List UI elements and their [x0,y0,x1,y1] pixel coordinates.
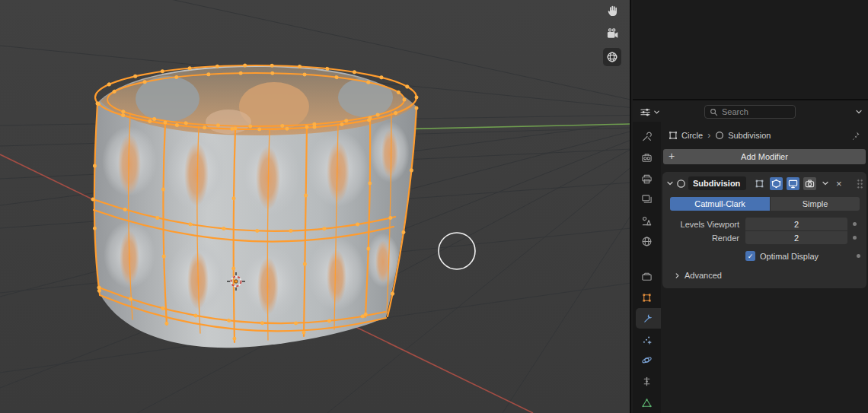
object-origin-dot [235,280,238,283]
breadcrumb: Circle › Subdivision [661,122,868,149]
levels-viewport-row: Levels Viewport 2 [666,218,863,230]
tab-physics[interactable] [633,350,661,371]
modifier-circle-icon [676,179,686,189]
editor-type-button[interactable] [638,105,662,119]
plus-icon: + [669,150,675,162]
search-box[interactable] [704,105,796,119]
tab-scene[interactable] [633,210,661,231]
levels-viewport-field[interactable]: 2 [745,218,847,230]
modifier-name-field[interactable] [688,176,746,190]
display-icon [788,179,798,189]
levels-viewport-label: Levels Viewport [666,220,739,229]
pin-button[interactable] [850,131,860,141]
outliner-area [633,0,868,100]
properties-body: Circle › Subdivision + [633,122,868,413]
animate-dot[interactable] [853,222,857,226]
header-menu-button[interactable] [855,108,863,116]
properties-editor: Circle › Subdivision + [633,102,868,413]
optimal-display-checkbox[interactable]: ✓ [745,251,755,261]
tab-tool[interactable] [633,126,661,148]
tab-object-data[interactable] [633,392,661,413]
search-input[interactable] [722,107,790,116]
particles-icon [641,334,653,345]
tool-icon [641,131,653,142]
edit-mode-icon [771,179,781,189]
collection-icon [641,271,653,282]
properties-main: Circle › Subdivision + [661,122,868,413]
breadcrumb-object-label: Circle [681,131,703,140]
add-modifier-button[interactable]: + Add Modifier [663,149,866,164]
constraints-icon [641,376,653,387]
camera-icon [607,28,617,38]
breadcrumb-modifier-label: Subdivision [728,131,771,140]
optimal-display-row: ✓ Optimal Display [745,251,863,261]
object-square-icon [641,292,653,303]
search-icon [710,108,718,116]
optimal-display-label: Optimal Display [760,252,819,261]
modifier-panel-subdivision: × Catmull-Clark Simple Levels Viewport 2 [662,172,866,288]
tab-modifiers[interactable] [636,308,661,329]
animate-dot[interactable] [857,254,860,258]
simple-option[interactable]: Simple [771,197,860,211]
render-camera-icon [805,179,815,189]
physics-orbit-icon [641,354,653,366]
cage-icon [755,179,764,189]
collapse-chevron-icon[interactable] [666,179,674,187]
breadcrumb-separator: › [707,131,710,140]
chevron-right-icon [674,272,681,279]
show-on-cage-toggle[interactable] [753,177,766,190]
tab-particles[interactable] [633,329,661,350]
view-layer-icon [641,194,653,205]
viewport-canvas [0,0,631,413]
viewport-nav-gizmos [603,1,621,66]
render-label: Render [666,234,739,243]
render-row: Render 2 [666,231,863,244]
property-tab-strip [633,122,661,413]
pin-icon [850,131,860,141]
breadcrumb-modifier[interactable]: Subdivision [715,131,771,140]
subdivision-type-segmented: Catmull-Clark Simple [670,197,860,211]
drag-handle[interactable] [856,178,863,189]
tab-render[interactable] [633,148,661,169]
show-in-edit-mode-toggle[interactable] [770,177,783,190]
show-in-viewport-toggle[interactable] [787,177,799,190]
animate-dot[interactable] [853,236,857,240]
tab-output[interactable] [633,168,661,189]
tab-view-layer[interactable] [633,189,661,211]
orthographic-grid-button[interactable] [603,48,621,66]
delete-modifier-button[interactable]: × [834,179,844,189]
render-field[interactable]: 2 [745,231,847,244]
modifier-panel-header: × [666,174,863,192]
wrench-icon [643,313,654,324]
render-icon [641,152,653,164]
blender-window: Circle › Subdivision + [0,0,868,413]
camera-view-button[interactable] [603,24,621,43]
properties-editor-icon [640,106,651,118]
check-icon: ✓ [748,253,754,260]
catmull-clark-option[interactable]: Catmull-Clark [670,197,770,211]
tab-constraints[interactable] [633,371,661,392]
mesh-object-circle[interactable] [93,65,417,348]
tab-object[interactable] [633,287,661,308]
chevron-down-icon [653,109,660,116]
modifier-extras-chevron-icon[interactable] [822,179,829,187]
3d-viewport[interactable] [0,0,631,413]
tab-world[interactable] [633,231,661,253]
mesh-triangle-icon [641,397,653,408]
scene-icon [641,215,653,227]
right-column: Circle › Subdivision + [633,0,868,413]
pan-hand-button[interactable] [603,1,621,19]
tab-collection[interactable] [633,266,661,288]
hand-icon [608,5,616,15]
breadcrumb-object[interactable]: Circle [669,131,703,140]
show-in-render-toggle[interactable] [803,177,816,190]
advanced-section-toggle[interactable]: Advanced [674,271,863,280]
grid-sphere-icon [608,52,617,62]
circle-icon [715,131,724,140]
printer-icon [641,173,653,185]
advanced-label: Advanced [685,271,722,280]
mesh-data-icon [669,131,678,140]
properties-header [633,102,868,122]
chevron-down-icon [855,108,863,116]
world-globe-icon [641,236,653,247]
